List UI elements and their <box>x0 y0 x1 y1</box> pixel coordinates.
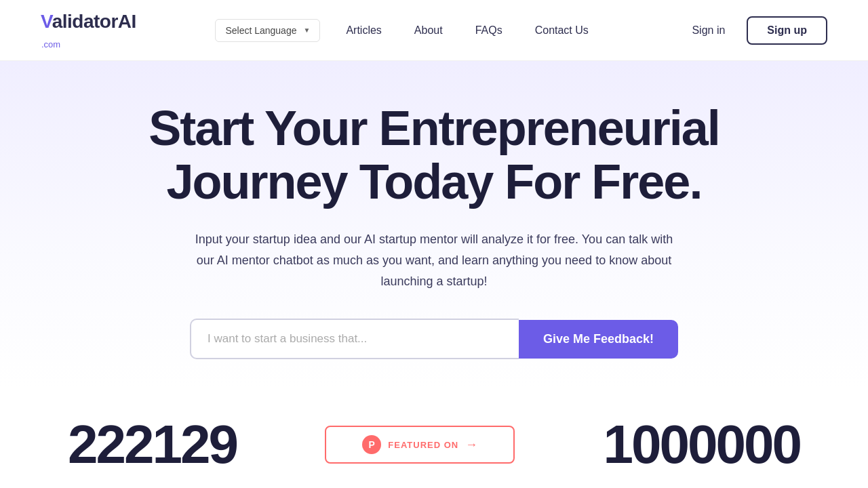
hero-subtitle: Input your startup idea and our AI start… <box>190 229 678 291</box>
signin-button[interactable]: Sign in <box>681 19 736 42</box>
nav-faqs[interactable]: FAQs <box>462 19 516 42</box>
logo-dotcom: .com <box>41 39 60 49</box>
logo-v: V <box>41 11 52 32</box>
ph-logo: P <box>362 435 381 454</box>
stat-right: 1000000 <box>604 413 800 476</box>
hero-section: Start Your Entrepreneurial Journey Today… <box>0 61 868 386</box>
logo-brand: alidatorAI <box>52 11 136 32</box>
stat-right-number: 1000000 <box>604 414 800 474</box>
navbar: ValidatorAI .com Select Language ▼ Artic… <box>0 0 868 61</box>
signup-button[interactable]: Sign up <box>747 16 827 45</box>
nav-right: Sign in Sign up <box>681 16 827 45</box>
cta-container: Give Me Feedback! <box>190 319 678 359</box>
arrow-icon: → <box>465 438 477 452</box>
stat-left-number: 222129 <box>68 414 237 474</box>
stats-section: 222129 P FEATURED ON → 1000000 <box>0 386 868 476</box>
nav-center: Select Language ▼ Articles About FAQs Co… <box>215 19 601 42</box>
language-select-container[interactable]: Select Language ▼ <box>215 19 320 42</box>
chevron-down-icon: ▼ <box>303 26 310 34</box>
language-select-label: Select Language <box>225 25 296 36</box>
nav-about[interactable]: About <box>401 19 456 42</box>
feedback-button[interactable]: Give Me Feedback! <box>519 320 678 359</box>
logo-text: ValidatorAI <box>41 11 136 33</box>
featured-badge[interactable]: P FEATURED ON → <box>325 426 515 464</box>
nav-articles[interactable]: Articles <box>332 19 395 42</box>
hero-title: Start Your Entrepreneurial Journey Today… <box>129 102 739 209</box>
stat-left: 222129 <box>68 413 237 476</box>
featured-text: FEATURED ON <box>388 440 458 450</box>
logo[interactable]: ValidatorAI .com <box>41 11 136 49</box>
idea-input[interactable] <box>190 319 519 359</box>
nav-contact[interactable]: Contact Us <box>521 19 602 42</box>
